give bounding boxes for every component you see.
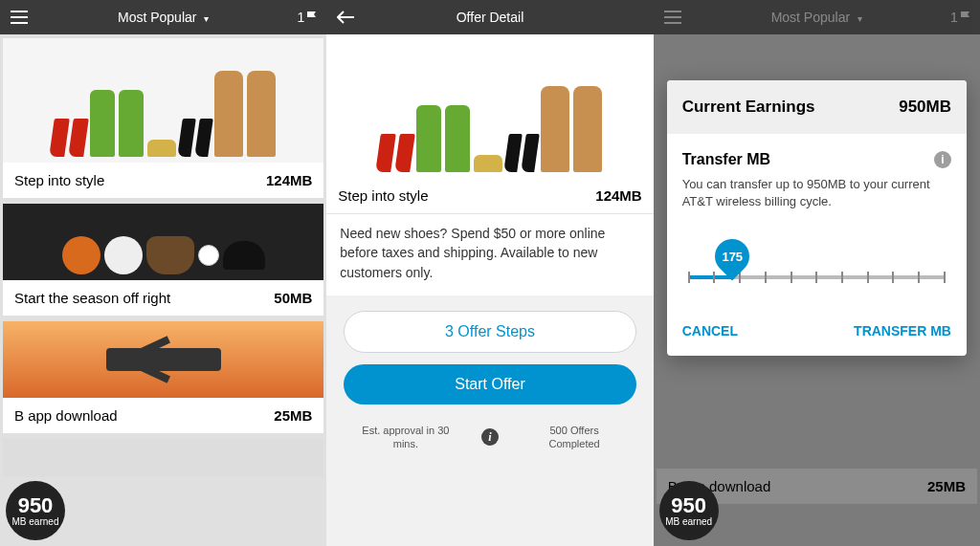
offer-description: Need new shoes? Spend $50 or more online… bbox=[326, 213, 653, 295]
start-offer-button[interactable]: Start Offer bbox=[344, 364, 635, 404]
offer-list: Step into style 124MB Start the season o… bbox=[0, 34, 326, 546]
flag-count: 1 bbox=[297, 10, 304, 25]
offer-title: B app download bbox=[14, 407, 118, 424]
offers-completed: 500 Offers Completed bbox=[526, 424, 622, 451]
offer-title: Step into style bbox=[338, 187, 428, 204]
offer-card[interactable]: B app download 25MB bbox=[3, 321, 323, 433]
offer-card[interactable] bbox=[3, 439, 323, 477]
offer-title: Start the season off right bbox=[14, 290, 170, 306]
offer-steps-label: 3 Offer Steps bbox=[445, 323, 535, 339]
earnings-label: Current Earnings bbox=[682, 98, 815, 117]
offer-header-row: Step into style 124MB bbox=[326, 178, 653, 213]
offer-steps-button[interactable]: 3 Offer Steps bbox=[344, 311, 635, 353]
page-title: Offer Detail bbox=[357, 10, 622, 25]
screen-transfer-dialog: Most Popular ▾ 1 B app download 25MB 950… bbox=[654, 0, 980, 546]
offer-card[interactable]: Step into style 124MB bbox=[3, 38, 323, 198]
offer-value: 25MB bbox=[274, 407, 312, 424]
offer-image bbox=[326, 34, 653, 178]
earnings-value: 950MB bbox=[899, 98, 951, 117]
slider-thumb[interactable]: 175 bbox=[715, 239, 753, 277]
mb-earned-number: 950 bbox=[671, 495, 706, 516]
mb-earned-badge[interactable]: 950 MB earned bbox=[6, 481, 65, 540]
offer-image bbox=[3, 439, 323, 477]
transfer-mb-button[interactable]: TRANSFER MB bbox=[854, 323, 951, 339]
offer-meta: Est. approval in 30 mins. i 500 Offers C… bbox=[344, 424, 635, 451]
topbar: Most Popular ▾ 1 bbox=[0, 0, 326, 34]
detail-body: Step into style 124MB Need new shoes? Sp… bbox=[326, 34, 653, 546]
info-icon[interactable]: i bbox=[934, 151, 951, 168]
offer-value: 50MB bbox=[274, 290, 312, 306]
dialog-header: Current Earnings 950MB bbox=[667, 80, 967, 134]
detail-actions: 3 Offer Steps Start Offer Est. approval … bbox=[326, 295, 653, 546]
slider-value: 175 bbox=[722, 250, 743, 264]
offer-value: 124MB bbox=[266, 172, 312, 188]
mb-earned-badge: 950 MB earned bbox=[659, 481, 719, 540]
hamburger-icon[interactable] bbox=[8, 11, 31, 24]
offer-image bbox=[3, 204, 323, 280]
screen-offer-detail: Offer Detail Step into style 124MB Need … bbox=[326, 0, 653, 546]
filter-dropdown[interactable]: Most Popular ▾ bbox=[31, 10, 296, 25]
start-offer-label: Start Offer bbox=[455, 376, 525, 392]
transfer-description: You can transfer up to 950MB to your cur… bbox=[682, 176, 951, 210]
cancel-button[interactable]: CANCEL bbox=[682, 323, 738, 339]
transfer-dialog: Current Earnings 950MB Transfer MB i You… bbox=[667, 80, 967, 356]
mb-earned-label: MB earned bbox=[665, 516, 712, 527]
offer-image bbox=[3, 321, 323, 398]
offer-card[interactable]: Start the season off right 50MB bbox=[3, 204, 323, 316]
offer-image bbox=[3, 38, 323, 163]
transfer-title: Transfer MB bbox=[682, 151, 770, 168]
mb-earned-number: 950 bbox=[18, 495, 54, 516]
approval-time: Est. approval in 30 mins. bbox=[358, 424, 454, 451]
transfer-slider[interactable]: 175 bbox=[688, 237, 946, 293]
offer-value: 124MB bbox=[595, 187, 641, 204]
back-icon[interactable] bbox=[334, 11, 357, 24]
info-icon[interactable]: i bbox=[481, 428, 499, 446]
chevron-down-icon: ▾ bbox=[204, 13, 209, 24]
mb-earned-label: MB earned bbox=[12, 516, 59, 527]
screen-offer-list: Most Popular ▾ 1 Step into style 124MB bbox=[0, 0, 326, 546]
filter-label: Most Popular bbox=[118, 10, 196, 25]
topbar: Offer Detail bbox=[326, 0, 653, 34]
offer-title: Step into style bbox=[14, 172, 104, 188]
flag-button[interactable]: 1 bbox=[296, 10, 319, 25]
